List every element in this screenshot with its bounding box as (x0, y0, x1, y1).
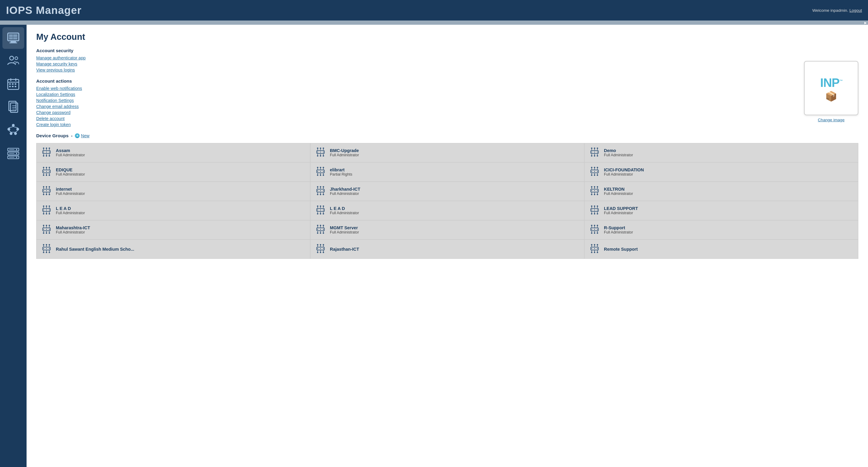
device-group-item[interactable]: Maharashtra-ICTFull Administrator (36, 220, 310, 239)
device-group-item[interactable]: ICICI-FOUNDATIONFull Administrator (584, 162, 858, 181)
device-group-role: Full Administrator (330, 211, 359, 215)
svg-point-336 (594, 252, 595, 253)
svg-point-91 (597, 147, 598, 149)
sidebar-item-servers[interactable] (2, 142, 24, 164)
sidebar-item-monitor[interactable] (2, 27, 24, 49)
network-icon (315, 243, 326, 256)
device-group-role: Full Administrator (604, 192, 633, 196)
svg-point-292 (46, 248, 47, 249)
svg-point-155 (49, 186, 50, 188)
svg-point-149 (49, 190, 50, 191)
svg-point-115 (317, 171, 318, 172)
device-group-info: Jharkhand-ICTFull Administrator (330, 187, 360, 196)
link-create-login-token[interactable]: Create login token (36, 122, 858, 127)
device-group-item[interactable]: EDIQUEFull Administrator (36, 162, 310, 181)
scroll-hint: ▶ (0, 21, 868, 25)
link-change-email[interactable]: Change email address (36, 104, 858, 109)
network-icon (41, 224, 52, 236)
svg-rect-23 (9, 86, 11, 87)
svg-point-331 (597, 244, 598, 245)
device-group-item[interactable]: Rajasthan-ICT (310, 239, 584, 259)
svg-point-53 (49, 152, 50, 152)
svg-point-165 (323, 190, 324, 191)
device-group-item[interactable]: Jharkhand-ICTFull Administrator (310, 181, 584, 201)
sidebar-item-users[interactable] (2, 50, 24, 72)
device-group-name: Assam (56, 148, 85, 153)
link-manage-auth-app[interactable]: Manage authenticator app (36, 56, 858, 60)
link-change-password[interactable]: Change password (36, 110, 858, 115)
device-group-item[interactable]: LEAD SUPPORTFull Administrator (584, 201, 858, 220)
device-group-item[interactable]: Remote Support (584, 239, 858, 259)
svg-line-37 (13, 127, 18, 128)
svg-point-304 (46, 252, 48, 253)
svg-point-193 (597, 194, 598, 195)
svg-point-329 (591, 244, 592, 245)
account-security-heading: Account security (36, 48, 858, 53)
security-links: Manage authenticator appManage security … (36, 56, 858, 72)
svg-point-275 (591, 229, 592, 230)
action-links: Enable web notificationsLocalization Set… (36, 86, 858, 127)
svg-point-321 (322, 252, 324, 253)
svg-point-273 (322, 232, 324, 234)
svg-point-147 (43, 190, 44, 191)
link-notification-settings[interactable]: Notification Settings (36, 98, 858, 103)
layout: My Account Account security Manage authe… (0, 25, 868, 467)
svg-point-307 (317, 248, 318, 249)
device-group-item[interactable]: Rahul Sawant English Medium Scho... (36, 239, 310, 259)
device-group-item[interactable]: L E A DFull Administrator (36, 201, 310, 220)
svg-point-59 (49, 147, 50, 149)
main-content: My Account Account security Manage authe… (27, 25, 868, 266)
change-image-link[interactable]: Change image (818, 118, 844, 122)
svg-point-255 (43, 232, 44, 234)
logout-link[interactable]: Logout (849, 8, 862, 13)
svg-point-106 (46, 167, 48, 168)
svg-point-79 (317, 155, 318, 157)
sidebar-item-documents[interactable] (2, 96, 24, 118)
device-group-role: Full Administrator (604, 211, 638, 215)
svg-rect-22 (15, 83, 16, 85)
link-localization-settings[interactable]: Localization Settings (36, 92, 858, 97)
svg-point-116 (320, 171, 321, 172)
sidebar-item-groups[interactable] (2, 119, 24, 141)
svg-point-191 (591, 194, 592, 195)
device-group-item[interactable]: AssamFull Administrator (36, 143, 310, 162)
network-icon (589, 204, 600, 217)
device-group-name: LEAD SUPPORT (604, 206, 638, 211)
device-group-item[interactable]: elibrartPartial Rights (310, 162, 584, 181)
sidebar-item-calendar[interactable] (2, 73, 24, 95)
svg-point-105 (43, 167, 44, 168)
svg-point-133 (597, 171, 598, 172)
network-icon (315, 204, 326, 217)
svg-point-234 (594, 205, 595, 207)
svg-point-65 (49, 155, 50, 157)
svg-point-309 (323, 248, 324, 249)
link-enable-web-notifications[interactable]: Enable web notifications (36, 86, 858, 91)
svg-point-202 (46, 205, 48, 207)
device-group-item[interactable]: MGMT ServerFull Administrator (310, 220, 584, 239)
link-delete-account[interactable]: Delete account (36, 116, 858, 121)
svg-point-148 (46, 190, 47, 191)
svg-point-187 (597, 186, 598, 188)
svg-point-74 (320, 147, 321, 149)
svg-point-32 (7, 128, 10, 131)
svg-line-36 (9, 127, 13, 128)
svg-point-314 (320, 244, 321, 245)
svg-point-330 (594, 244, 595, 245)
new-device-group-button[interactable]: + New (75, 133, 89, 138)
device-group-item[interactable]: BMC-UpgradeFull Administrator (310, 143, 584, 162)
svg-point-288 (594, 232, 595, 234)
link-manage-security-keys[interactable]: Manage security keys (36, 62, 858, 66)
svg-point-84 (594, 152, 595, 152)
device-group-item[interactable]: KELTRONFull Administrator (584, 181, 858, 201)
device-group-item[interactable]: R-SupportFull Administrator (584, 220, 858, 239)
link-view-previous-logins[interactable]: View previous logins (36, 68, 858, 72)
device-group-item[interactable]: L E A DFull Administrator (310, 201, 584, 220)
device-group-item[interactable]: DemoFull Administrator (584, 143, 858, 162)
svg-point-127 (317, 174, 318, 176)
svg-point-8 (10, 56, 13, 60)
svg-point-73 (317, 147, 318, 149)
device-group-item[interactable]: internetFull Administrator (36, 181, 310, 201)
svg-point-308 (320, 248, 321, 249)
svg-point-271 (317, 232, 318, 234)
svg-rect-4 (9, 34, 13, 37)
